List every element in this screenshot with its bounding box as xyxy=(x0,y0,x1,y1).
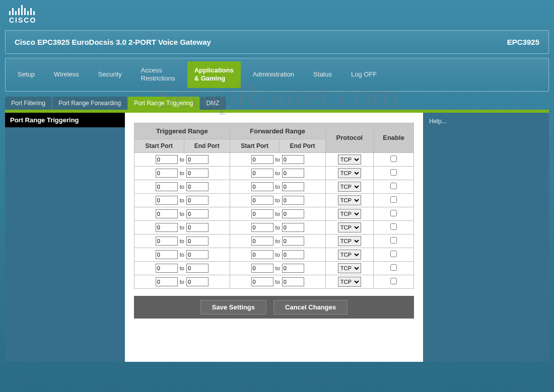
cancel-button[interactable]: Cancel Changes xyxy=(273,300,348,315)
triggered-end-input[interactable] xyxy=(186,223,209,232)
protocol-select[interactable]: TCPUDPBoth xyxy=(338,182,361,192)
port-trigger-table: Triggered Range Forwarded Range Protocol… xyxy=(134,123,414,289)
triggered-start-input[interactable] xyxy=(156,223,178,232)
enable-checkbox[interactable] xyxy=(390,210,397,216)
protocol-select[interactable]: TCPUDPBoth xyxy=(338,195,361,205)
protocol-select[interactable]: TCPUDPBoth xyxy=(338,263,361,273)
to-label: to xyxy=(275,197,280,203)
sub-tab-port-filtering[interactable]: Port Filtering xyxy=(5,97,51,110)
help-link[interactable]: Help... xyxy=(429,118,447,125)
forwarded-start-input[interactable] xyxy=(251,209,273,218)
forwarded-end-input[interactable] xyxy=(282,250,304,259)
triggered-end-input[interactable] xyxy=(186,277,209,286)
triggered-start-input[interactable] xyxy=(156,169,178,178)
enable-checkbox[interactable] xyxy=(390,155,397,162)
enable-checkbox[interactable] xyxy=(390,183,397,189)
sub-tabs: Port FilteringPort Range ForwardingPort … xyxy=(5,97,549,110)
to-label: to xyxy=(275,265,280,271)
sub-tab-port-range-forwarding[interactable]: Port Range Forwarding xyxy=(52,97,127,110)
protocol-select[interactable]: TCPUDPBoth xyxy=(338,250,361,260)
triggered-start-input[interactable] xyxy=(156,250,178,259)
left-panel: Port Range Triggering xyxy=(5,113,125,362)
content-area: Port Range Triggering Triggered Range Fo… xyxy=(5,113,549,362)
triggered-start-input[interactable] xyxy=(156,155,178,164)
forwarded-end-input[interactable] xyxy=(282,169,304,178)
to-label: to xyxy=(180,279,184,285)
table-row: totoTCPUDPBoth xyxy=(134,166,414,180)
forwarded-start-input[interactable] xyxy=(251,237,273,246)
sub-tab-port-range-triggering[interactable]: Port Range Triggering xyxy=(128,97,199,110)
forwarded-end-input[interactable] xyxy=(282,155,304,164)
enable-checkbox[interactable] xyxy=(390,169,397,176)
enable-checkbox[interactable] xyxy=(390,251,397,257)
to-label: to xyxy=(275,184,280,190)
forwarded-end-input[interactable] xyxy=(282,237,304,246)
save-button[interactable]: Save Settings xyxy=(200,300,266,315)
triggered-end-input[interactable] xyxy=(186,250,209,259)
triggered-end-input[interactable] xyxy=(186,155,209,164)
to-label: to xyxy=(180,184,184,190)
nav-item-security[interactable]: Security xyxy=(91,65,129,84)
forwarded-end-input[interactable] xyxy=(282,182,304,191)
main-nav: SetupWirelessSecurityAccessRestrictionsA… xyxy=(5,58,549,92)
nav-item-wireless[interactable]: Wireless xyxy=(47,65,86,84)
nav-item-applications[interactable]: Applications& Gaming xyxy=(187,61,241,88)
sub-tab-dmz[interactable]: DMZ xyxy=(200,97,226,110)
enable-checkbox[interactable] xyxy=(390,223,397,230)
forwarded-end-input[interactable] xyxy=(282,277,304,286)
nav-item-access[interactable]: AccessRestrictions xyxy=(134,61,182,88)
forwarded-start-input[interactable] xyxy=(251,277,273,286)
enable-checkbox[interactable] xyxy=(390,237,397,244)
forwarded-start-input[interactable] xyxy=(251,196,273,205)
forwarded-end-input[interactable] xyxy=(282,196,304,205)
enable-checkbox[interactable] xyxy=(390,196,397,203)
protocol-select[interactable]: TCPUDPBoth xyxy=(338,209,361,219)
nav-item-status[interactable]: Status xyxy=(306,65,339,84)
protocol-select[interactable]: TCPUDPBoth xyxy=(338,236,361,246)
triggered-end-input[interactable] xyxy=(186,237,209,246)
nav-item-log[interactable]: Log OFF xyxy=(344,65,384,84)
triggered-start-input[interactable] xyxy=(156,264,178,273)
protocol-select[interactable]: TCPUDPBoth xyxy=(338,168,361,178)
triggered-end-input[interactable] xyxy=(186,169,209,178)
to-label: to xyxy=(275,170,280,176)
nav-item-administration[interactable]: Administration xyxy=(246,65,301,84)
protocol-select[interactable]: TCPUDPBoth xyxy=(338,154,361,165)
triggered-start-input[interactable] xyxy=(156,196,178,205)
forwarded-end-input[interactable] xyxy=(282,223,304,232)
table-row: totoTCPUDPBoth xyxy=(134,180,414,193)
title-bar: Cisco EPC3925 EuroDocsis 3.0 2-PORT Voic… xyxy=(5,30,549,54)
forwarded-end-input[interactable] xyxy=(282,264,304,273)
triggered-start-input[interactable] xyxy=(156,277,178,286)
forwarded-start-input[interactable] xyxy=(251,169,273,178)
forwarded-start-input[interactable] xyxy=(251,182,273,191)
forwarded-start-input[interactable] xyxy=(251,264,273,273)
triggered-start-input[interactable] xyxy=(156,237,178,246)
triggered-start-input[interactable] xyxy=(156,182,178,191)
model-label: EPC3925 xyxy=(507,38,539,46)
cisco-logo: CISCO xyxy=(9,5,36,24)
forwarded-start-input[interactable] xyxy=(251,155,273,164)
triggered-end-input[interactable] xyxy=(186,264,209,273)
forwarded-end-input[interactable] xyxy=(282,209,304,218)
enable-checkbox[interactable] xyxy=(390,278,397,284)
protocol-select[interactable]: TCPUDPBoth xyxy=(338,277,361,287)
protocol-select[interactable]: TCPUDPBoth xyxy=(338,222,361,232)
to-label: to xyxy=(180,224,184,230)
enable-checkbox[interactable] xyxy=(390,264,397,271)
to-label: to xyxy=(275,211,280,217)
triggered-end-input[interactable] xyxy=(186,209,209,218)
table-row: totoTCPUDPBoth xyxy=(134,152,414,166)
nav-item-setup[interactable]: Setup xyxy=(11,65,42,84)
triggered-end-input[interactable] xyxy=(186,196,209,205)
th-protocol: Protocol xyxy=(325,123,374,152)
triggered-start-input[interactable] xyxy=(156,209,178,218)
to-label: to xyxy=(180,252,184,258)
th-t-end: End Port xyxy=(184,139,230,152)
triggered-end-input[interactable] xyxy=(186,182,209,191)
forwarded-start-input[interactable] xyxy=(251,223,273,232)
logo-area: CISCO xyxy=(0,0,554,26)
page-title: Cisco EPC3925 EuroDocsis 3.0 2-PORT Voic… xyxy=(15,38,211,46)
button-row: Save Settings Cancel Changes xyxy=(134,296,414,319)
forwarded-start-input[interactable] xyxy=(251,250,273,259)
